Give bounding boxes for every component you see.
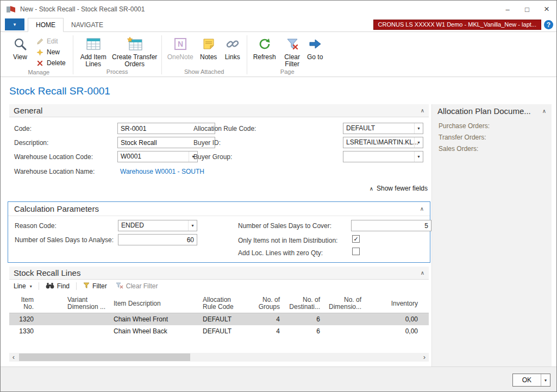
view-button[interactable]: View bbox=[8, 34, 33, 68]
factbox-item-purchase-orders: Purchase Orders: bbox=[439, 122, 545, 130]
delete-button[interactable]: Delete bbox=[35, 58, 70, 68]
clear-filter-icon bbox=[285, 36, 299, 52]
buyer-group-combo[interactable]: ▾ bbox=[343, 151, 423, 162]
column-header-allocation-rule-code[interactable]: Allocation Rule Code bbox=[201, 294, 255, 313]
column-header-variant-dimension[interactable]: Variant Dimension ... bbox=[36, 294, 111, 313]
scrollbar-track[interactable] bbox=[18, 353, 420, 362]
collapse-chevron-icon[interactable]: ∧ bbox=[421, 108, 424, 113]
column-header-no-of-groups[interactable]: No. of Groups bbox=[255, 294, 282, 313]
column-header-no-of-destinations[interactable]: No. of Destinati... bbox=[282, 294, 322, 313]
notes-button[interactable]: Notes bbox=[196, 34, 221, 68]
ribbon: View Edit New bbox=[1, 32, 556, 77]
reason-code-value: ENDED bbox=[118, 220, 197, 231]
lines-header-label: Stock Recall Lines bbox=[14, 268, 80, 277]
help-button[interactable]: ? bbox=[544, 20, 553, 29]
find-label: Find bbox=[57, 282, 70, 290]
tab-home[interactable]: HOME bbox=[28, 18, 64, 32]
clear-filter-toolbar-button[interactable]: Clear Filter bbox=[114, 282, 160, 290]
filter-button[interactable]: Filter bbox=[81, 282, 109, 290]
magnifier-icon bbox=[13, 36, 27, 52]
close-button[interactable]: × bbox=[537, 1, 556, 18]
column-header-item-description[interactable]: Item Description bbox=[111, 294, 201, 313]
collapse-chevron-icon[interactable]: ∧ bbox=[420, 206, 424, 212]
refresh-button[interactable]: Refresh bbox=[250, 34, 279, 68]
ok-caret-down-icon[interactable]: ▾ bbox=[541, 374, 550, 386]
ribbon-group-show-attached: N OneNote Notes Links Show Atta bbox=[163, 33, 246, 77]
create-transfer-orders-button[interactable]: Create Transfer Orders bbox=[111, 34, 159, 68]
warehouse-location-code-label: Warehouse Location Code: bbox=[14, 153, 93, 161]
group-label-manage: Manage bbox=[6, 69, 72, 77]
warehouse-location-code-value: W0001 bbox=[118, 151, 197, 162]
table-row[interactable]: 1320 Chain Wheel Front DEFAULT 4 6 0,00 bbox=[9, 313, 429, 325]
warehouse-location-name-link[interactable]: Warehouse W0001 - SOUTH bbox=[120, 168, 204, 175]
cell-no-of-dimensions bbox=[322, 313, 364, 325]
clear-filter-toolbar-label: Clear Filter bbox=[126, 282, 158, 290]
maximize-button[interactable]: □ bbox=[517, 1, 537, 18]
lines-grid-header: Item No. Variant Dimension ... Item Desc… bbox=[9, 294, 429, 313]
line-menu-button[interactable]: Line ▾ bbox=[11, 282, 34, 290]
links-button[interactable]: Links bbox=[221, 34, 244, 68]
collapse-chevron-icon[interactable]: ∧ bbox=[542, 108, 546, 114]
cell-no-of-destinations: 6 bbox=[282, 313, 322, 325]
description-label: Description: bbox=[14, 139, 48, 147]
factbox-items: Purchase Orders: Transfer Orders: Sales … bbox=[432, 117, 552, 162]
caret-down-icon[interactable]: ▾ bbox=[188, 220, 197, 231]
table-row[interactable]: 1330 Chain Wheel Back DEFAULT 4 6 0,00 bbox=[9, 325, 429, 337]
collapse-chevron-icon[interactable]: ∧ bbox=[421, 270, 424, 276]
sales-days-cover-field[interactable] bbox=[351, 220, 431, 231]
lines-toolbar: Line ▾ Find Filt bbox=[9, 280, 160, 292]
ribbon-group-page: Refresh Clear Filter Go to Page bbox=[248, 33, 327, 77]
only-items-not-in-distribution-label: Only Items not in Item Distribution: bbox=[238, 237, 337, 244]
tab-navigate[interactable]: NAVIGATE bbox=[64, 18, 111, 31]
ok-button[interactable]: OK bbox=[513, 374, 541, 386]
scroll-right-arrow[interactable]: › bbox=[420, 353, 429, 362]
factbox-header[interactable]: Allocation Plan Docume... ∧ bbox=[432, 104, 552, 117]
reason-code-combo[interactable]: ENDED ▾ bbox=[118, 220, 197, 231]
column-header-item-no[interactable]: Item No. bbox=[9, 294, 36, 313]
cell-no-of-groups: 4 bbox=[255, 313, 282, 325]
check-icon: ✓ bbox=[353, 236, 358, 242]
chain-link-icon bbox=[226, 36, 240, 52]
find-button[interactable]: Find bbox=[43, 282, 72, 290]
buyer-id-combo[interactable]: LSRETAIL\MARTIN.KL... ▾ bbox=[343, 137, 423, 148]
caret-down-icon[interactable]: ▾ bbox=[414, 123, 423, 134]
links-label: Links bbox=[225, 54, 240, 61]
caret-down-icon[interactable]: ▾ bbox=[414, 151, 423, 162]
ok-split-button[interactable]: OK ▾ bbox=[512, 374, 550, 387]
add-item-lines-button[interactable]: Add Item Lines bbox=[76, 34, 111, 68]
warehouse-location-code-combo[interactable]: W0001 ▾ bbox=[117, 151, 198, 162]
grid-icon bbox=[86, 36, 101, 52]
allocation-rule-code-combo[interactable]: DEFAULT ▾ bbox=[343, 123, 423, 134]
ribbon-group-process: Add Item Lines Create Transfer Orders Pr… bbox=[74, 33, 160, 77]
column-header-no-of-dimensions[interactable]: No. of Dimensio... bbox=[322, 294, 364, 313]
calculation-parameters-header[interactable]: Calculation Parameters ∧ bbox=[8, 202, 430, 216]
group-label-process: Process bbox=[74, 68, 160, 77]
clear-filter-button[interactable]: Clear Filter bbox=[279, 34, 305, 68]
sales-days-analyse-field[interactable] bbox=[118, 234, 197, 245]
go-to-button[interactable]: Go to bbox=[305, 34, 325, 68]
zero-qty-lines-label: Add Loc. Lines with zero Qty: bbox=[238, 249, 323, 257]
cell-no-of-groups: 4 bbox=[255, 325, 282, 337]
show-fewer-fields-button[interactable]: ∧ Show fewer fields bbox=[370, 185, 428, 192]
scroll-left-arrow[interactable]: ‹ bbox=[9, 353, 18, 362]
app-menu-button[interactable]: ▾ bbox=[5, 18, 24, 30]
only-items-not-in-distribution-checkbox[interactable]: ✓ bbox=[352, 235, 360, 243]
edit-button[interactable]: Edit bbox=[35, 36, 70, 47]
caret-down-icon[interactable]: ▾ bbox=[414, 137, 423, 148]
new-button[interactable]: New bbox=[35, 47, 70, 58]
lines-section-header[interactable]: Stock Recall Lines ∧ bbox=[9, 267, 429, 280]
warehouse-location-name-label: Warehouse Location Name: bbox=[14, 168, 95, 175]
general-section-header[interactable]: General ∧ bbox=[9, 104, 429, 117]
zero-qty-lines-checkbox[interactable] bbox=[352, 248, 360, 255]
buyer-id-label: Buyer ID: bbox=[193, 139, 221, 147]
onenote-button[interactable]: N OneNote bbox=[165, 34, 196, 68]
company-badge[interactable]: CRONUS LS XXXXX W1 Demo - MKL_Vanilla_Ne… bbox=[373, 20, 541, 30]
minimize-button[interactable]: – bbox=[498, 1, 517, 18]
column-header-inventory[interactable]: Inventory bbox=[364, 294, 420, 313]
workspace: Stock Recall SR-0001 General ∧ Code: Des… bbox=[1, 77, 556, 366]
refresh-label: Refresh bbox=[253, 54, 276, 61]
factbox-pane: Allocation Plan Docume... ∧ Purchase Ord… bbox=[431, 104, 552, 366]
scrollbar-thumb[interactable] bbox=[19, 353, 190, 361]
cell-no-of-dimensions bbox=[322, 325, 364, 337]
horizontal-scrollbar[interactable]: ‹ › bbox=[9, 353, 429, 362]
